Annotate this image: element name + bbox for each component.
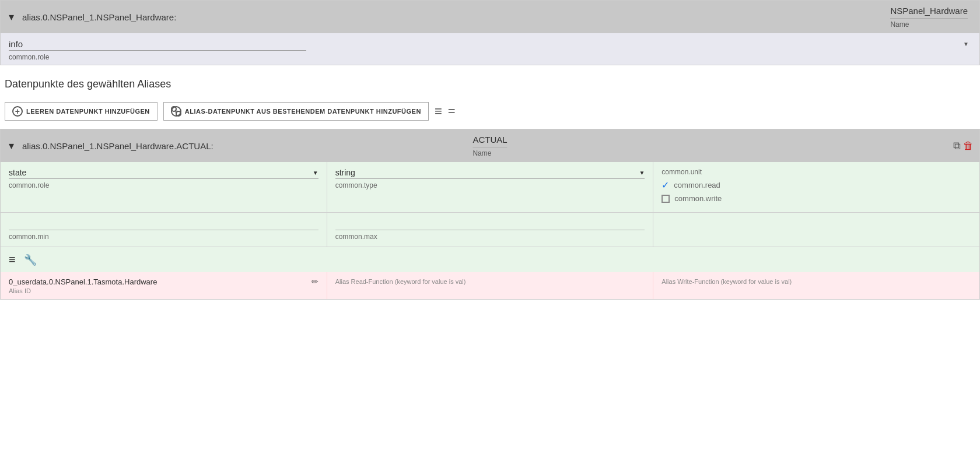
list-icon[interactable]: ≡: [435, 104, 442, 119]
main-card-header: ▾ alias.0.NSPanel_1.NSPanel_Hardware.ACT…: [1, 129, 979, 162]
read-checkbox[interactable]: ✓: [662, 180, 669, 191]
copy-icon[interactable]: ⧉: [953, 140, 961, 152]
col-min: common.min: [1, 213, 327, 247]
min-value[interactable]: [9, 219, 318, 230]
type-value: string ▼: [335, 168, 645, 179]
header-actions: ⧉ 🗑: [953, 140, 974, 152]
add-alias-datapoint-button[interactable]: + ALIAS-DATENPUNKT AUS BESTEHENDEM DATEN…: [163, 102, 429, 121]
type-label: common.type: [335, 181, 645, 189]
info-dropdown-icon[interactable]: ▼: [963, 41, 969, 47]
alias-read-col: Alias Read-Function (keyword for value i…: [327, 272, 654, 299]
write-checkbox[interactable]: [662, 195, 670, 203]
main-card-header-value: ACTUAL: [473, 135, 507, 145]
main-card-header-label: Name: [473, 149, 491, 157]
main-card-title: alias.0.NSPanel_1.NSPanel_Hardware.ACTUA…: [22, 141, 214, 151]
section-title: Datenpunkte des gewählten Aliases: [0, 65, 980, 99]
state-label: common.role: [9, 181, 318, 189]
alias-write-label: Alias Write-Function (keyword for value …: [662, 278, 971, 285]
write-checkbox-row: common.write: [662, 194, 971, 203]
main-card: ▾ alias.0.NSPanel_1.NSPanel_Hardware.ACT…: [0, 129, 980, 300]
max-value[interactable]: [335, 219, 645, 230]
min-label: common.min: [9, 233, 318, 241]
green-section-row1: state ▼ common.role string ▼ common.type…: [1, 162, 979, 212]
top-card-header: ▾ alias.0.NSPanel_1.NSPanel_Hardware: NS…: [1, 1, 979, 33]
alias-write-col: Alias Write-Function (keyword for value …: [653, 272, 979, 299]
main-card-chevron[interactable]: ▾: [9, 139, 14, 152]
wrench-icon[interactable]: 🔧: [24, 254, 37, 266]
info-label: info: [9, 39, 963, 49]
col-state: state ▼ common.role: [1, 162, 327, 212]
green-section-row2: common.min common.max: [1, 212, 979, 247]
edit-icon[interactable]: ✏: [312, 277, 318, 286]
write-label: common.write: [674, 194, 722, 203]
top-card-chevron[interactable]: ▾: [9, 10, 14, 23]
state-value: state ▼: [9, 168, 318, 179]
info-row: info ▼ common.role: [1, 33, 979, 65]
alias-id-col: 0_userdata.0.NSPanel.1.Tasmota.Hardware …: [1, 272, 327, 299]
info-underline: [9, 50, 306, 51]
info-row-top: info ▼: [9, 39, 971, 49]
col-unit: common.unit ✓ common.read common.write: [653, 162, 979, 212]
col-type: string ▼ common.type: [327, 162, 654, 212]
read-checkbox-row: ✓ common.read: [662, 180, 971, 191]
type-dropdown[interactable]: ▼: [639, 170, 645, 176]
read-label: common.read: [674, 181, 720, 189]
delete-icon[interactable]: 🗑: [963, 140, 974, 152]
bottom-icons-row: ≡ 🔧: [1, 247, 979, 272]
max-label: common.max: [335, 233, 645, 241]
red-section: 0_userdata.0.NSPanel.1.Tasmota.Hardware …: [1, 272, 979, 299]
equals-icon[interactable]: =: [448, 104, 456, 119]
alias-id-value: 0_userdata.0.NSPanel.1.Tasmota.Hardware …: [9, 277, 318, 286]
alias-read-label: Alias Read-Function (keyword for value i…: [335, 278, 645, 285]
state-dropdown[interactable]: ▼: [313, 170, 318, 176]
info-sublabel: common.role: [9, 53, 49, 61]
top-card-header-value: NSPanel_Hardware: [890, 6, 968, 16]
unit-label: common.unit: [662, 168, 971, 176]
toolbar: + LEEREN DATENPUNKT HINZUFÜGEN + ALIAS-D…: [0, 99, 980, 124]
add-empty-datapoint-button[interactable]: + LEEREN DATENPUNKT HINZUFÜGEN: [5, 102, 158, 121]
top-card-header-label: Name: [890, 19, 909, 29]
add-icon-2: +: [171, 106, 181, 117]
main-card-name-area: ACTUAL Name: [473, 135, 507, 157]
col-max: common.max: [327, 213, 654, 247]
top-card-title: alias.0.NSPanel_1.NSPanel_Hardware:: [22, 12, 176, 22]
col-empty: [653, 213, 979, 247]
btn1-label: LEEREN DATENPUNKT HINZUFÜGEN: [26, 108, 150, 115]
btn2-label: ALIAS-DATENPUNKT AUS BESTEHENDEM DATENPU…: [185, 108, 421, 115]
top-card: ▾ alias.0.NSPanel_1.NSPanel_Hardware: NS…: [0, 0, 980, 65]
alias-id-label: Alias ID: [9, 287, 318, 294]
table-icon[interactable]: ≡: [9, 253, 16, 266]
top-card-header-right: NSPanel_Hardware Name: [890, 1, 979, 33]
add-icon-1: +: [12, 106, 23, 117]
